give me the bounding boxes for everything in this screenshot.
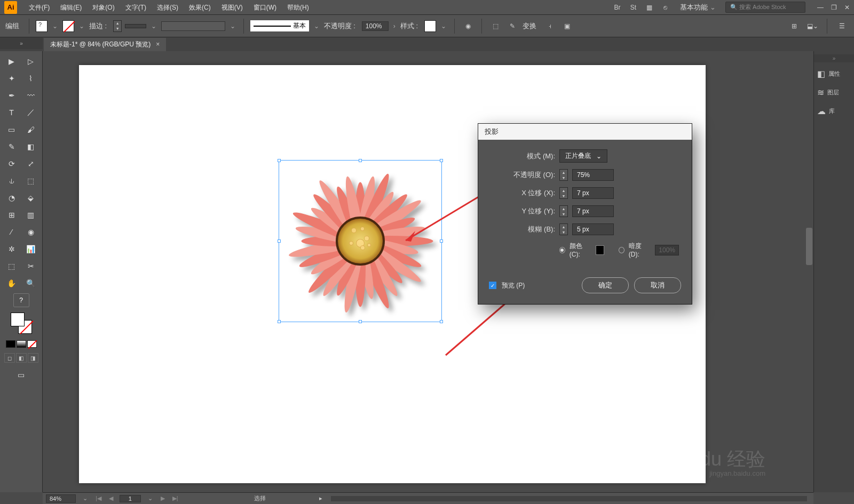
opacity-input[interactable]: 100% [362, 21, 389, 31]
align-icon[interactable]: ⫞ [543, 19, 557, 33]
color-radio[interactable] [559, 247, 565, 253]
dlg-opacity-input[interactable]: 75% [572, 169, 614, 181]
snap-icon[interactable]: ⬓⌄ [805, 19, 819, 33]
vertical-scrollbar[interactable] [805, 51, 813, 492]
y-offset-input[interactable]: 7 px [572, 205, 614, 217]
eraser-tool[interactable]: ◧ [23, 140, 39, 154]
workspace-switcher[interactable]: 基本功能 [676, 3, 720, 12]
maximize-button[interactable]: ❐ [831, 4, 837, 11]
scrollbar-thumb[interactable] [806, 228, 812, 265]
mesh-tool[interactable]: ⊞ [4, 208, 20, 222]
recolor-icon[interactable]: ◉ [461, 19, 475, 33]
scale-tool[interactable]: ⤢ [23, 157, 39, 171]
slice-tool[interactable]: ✂ [23, 259, 39, 273]
selection-handle[interactable] [440, 159, 443, 162]
perspective-tool[interactable]: ⬙ [23, 191, 39, 205]
draw-inside[interactable]: ◨ [28, 353, 38, 363]
stock-icon[interactable]: St [628, 3, 638, 12]
cancel-button[interactable]: 取消 [634, 277, 681, 293]
stroke-swatch[interactable] [62, 20, 74, 32]
fill-swatch[interactable]: ? [36, 20, 48, 32]
rectangle-tool[interactable]: ▭ [4, 123, 20, 137]
shape-icon[interactable]: ▣ [560, 19, 574, 33]
draw-behind[interactable]: ◧ [16, 353, 27, 363]
gradient-tool[interactable]: ▥ [23, 208, 39, 222]
type-tool[interactable]: T [4, 106, 20, 119]
screen-mode[interactable]: ▭ [13, 368, 29, 382]
horizontal-scrollbar[interactable] [331, 496, 807, 501]
panel-layers[interactable]: ≋图层 [814, 83, 854, 102]
zoom-tool[interactable]: 🔍 [23, 276, 39, 290]
transform-link[interactable]: 变换 [523, 21, 536, 31]
darkness-radio[interactable] [619, 247, 624, 253]
line-tool[interactable]: ／ [23, 106, 39, 119]
selection-handle[interactable] [278, 159, 281, 162]
last-artboard[interactable]: ▶| [171, 495, 179, 502]
ok-button[interactable]: 确定 [582, 277, 629, 293]
selection-handle[interactable] [359, 320, 362, 323]
width-tool[interactable]: ⫝ [4, 174, 20, 188]
y-spinner[interactable]: ▲▼ [559, 205, 568, 217]
prev-artboard[interactable]: ◀ [108, 495, 114, 502]
selection-handle[interactable] [278, 320, 281, 323]
panel-libraries[interactable]: ☁库 [814, 102, 854, 121]
bridge-icon[interactable]: Br [612, 3, 622, 12]
preview-checkbox[interactable]: ✓ [489, 282, 496, 289]
arrange-icon[interactable]: ▦ [644, 3, 654, 12]
panel-menu-icon[interactable]: ☰ [835, 19, 849, 33]
zoom-select[interactable]: 84% [46, 494, 76, 503]
stroke-weight-spinner[interactable]: ▲▼ [113, 20, 122, 32]
menu-effect[interactable]: 效果(C) [184, 0, 216, 15]
x-spinner[interactable]: ▲▼ [559, 187, 568, 199]
gpu-icon[interactable]: ⎋ [660, 3, 670, 12]
selection-handle[interactable] [359, 159, 362, 162]
lasso-tool[interactable]: ⌇ [23, 71, 39, 85]
color-picker[interactable] [11, 313, 32, 334]
mode-select[interactable]: 正片叠底⌄ [559, 149, 607, 163]
isolate-icon[interactable]: ⬚ [488, 19, 502, 33]
curvature-tool[interactable]: 〰 [23, 89, 39, 102]
fill-dropdown[interactable]: ⌄ [52, 22, 58, 30]
shaper-tool[interactable]: ✎ [4, 140, 20, 154]
menu-type[interactable]: 文字(T) [120, 0, 152, 15]
shape-builder-tool[interactable]: ◔ [4, 191, 20, 205]
fill-indicator[interactable]: ? [13, 293, 29, 307]
hand-tool[interactable]: ✋ [4, 276, 20, 290]
selection-handle[interactable] [278, 239, 281, 243]
grid-icon[interactable]: ⊞ [787, 19, 801, 33]
canvas[interactable]: Baidu 经验 jingyan.baidu.com [43, 51, 813, 492]
draw-normal[interactable]: ◻ [4, 353, 15, 363]
first-artboard[interactable]: |◀ [94, 495, 102, 502]
status-caret[interactable]: ▸ [319, 495, 322, 502]
menu-object[interactable]: 对象(O) [87, 0, 120, 15]
selection-handle[interactable] [440, 320, 443, 323]
swatch-black[interactable] [6, 340, 15, 348]
selection-bounds[interactable] [279, 160, 442, 322]
opacity-dropdown[interactable]: › [393, 22, 396, 30]
stroke-dropdown[interactable]: ⌄ [79, 22, 84, 30]
swatch-none[interactable] [27, 340, 37, 348]
next-artboard[interactable]: ▶ [160, 495, 166, 502]
selection-tool[interactable]: ▶ [4, 54, 20, 68]
stroke-profile[interactable] [161, 21, 225, 31]
menu-file[interactable]: 文件(F) [23, 0, 55, 15]
menu-view[interactable]: 视图(V) [216, 0, 248, 15]
search-stock-input[interactable]: 🔍 搜索 Adobe Stock [725, 2, 805, 13]
artboard-tool[interactable]: ⬚ [4, 259, 20, 273]
direct-selection-tool[interactable]: ▷ [23, 54, 39, 68]
shadow-color-chip[interactable] [596, 245, 604, 255]
document-tab[interactable]: 未标题-1* @ 84% (RGB/GPU 预览) × [44, 38, 166, 51]
brush-stroke-style[interactable]: 基本 [250, 20, 309, 31]
selection-handle[interactable] [440, 239, 443, 243]
menu-help[interactable]: 帮助(H) [282, 0, 314, 15]
menu-window[interactable]: 窗口(W) [248, 0, 282, 15]
graphic-style-swatch[interactable] [424, 20, 436, 32]
column-graph-tool[interactable]: 📊 [23, 242, 39, 256]
stroke-weight-input[interactable] [125, 24, 146, 28]
free-transform-tool[interactable]: ⬚ [23, 174, 39, 188]
edit-icon[interactable]: ✎ [505, 19, 519, 33]
magic-wand-tool[interactable]: ✦ [4, 71, 20, 85]
minimize-button[interactable]: — [817, 4, 824, 11]
artboard-number[interactable]: 1 [120, 495, 141, 502]
blur-input[interactable]: 5 px [572, 223, 614, 235]
